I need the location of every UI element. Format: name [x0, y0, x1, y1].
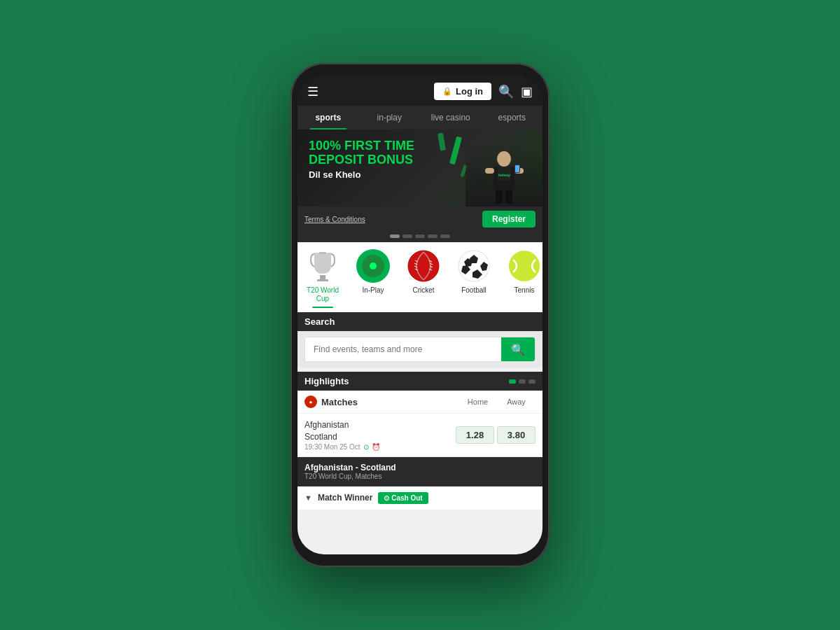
- clock-icon: ⏰: [372, 443, 380, 451]
- match-time: 19:30 Mon 25 Oct ⊙ ⏰: [304, 443, 456, 451]
- sport-item-inplay[interactable]: In-Play: [348, 249, 398, 308]
- svg-rect-12: [319, 252, 326, 254]
- dot-5: [440, 234, 450, 238]
- top-bar: ☰ 🔒 Log in 🔍 ▣: [298, 76, 542, 106]
- matches-label: Matches: [321, 397, 458, 407]
- betslip-icon[interactable]: ▣: [521, 84, 533, 99]
- cashout-icon: ⊙: [384, 494, 389, 502]
- login-button[interactable]: 🔒 Log in: [434, 83, 491, 100]
- inplay-inner: [362, 255, 384, 277]
- match-winner-label: Match Winner: [318, 493, 373, 503]
- sport-item-football[interactable]: Football: [449, 249, 499, 308]
- search-input[interactable]: [305, 337, 501, 361]
- dot-3: [415, 234, 425, 238]
- team2-name: Scotland: [304, 432, 337, 442]
- cricket-label: Cricket: [412, 286, 434, 295]
- matches-row-header: ● Matches Home Away: [298, 391, 542, 414]
- banner-pagination-dots: [298, 232, 542, 242]
- inplay-label: In-Play: [362, 286, 384, 295]
- top-right-actions: 🔒 Log in 🔍 ▣: [434, 83, 533, 100]
- banner-footer: Terms & Conditions Register: [298, 206, 542, 232]
- phone-wrapper: ☰ 🔒 Log in 🔍 ▣ sports in-play live casin…: [290, 63, 550, 567]
- match-winner-row: ▼ Match Winner ⊙ Cash Out: [298, 486, 542, 510]
- h-dot-1: [509, 379, 516, 384]
- svg-rect-6: [515, 165, 519, 172]
- chevron-down-icon: ▼: [304, 493, 312, 502]
- highlights-header: Highlights: [298, 372, 542, 391]
- football-svg: [457, 249, 491, 283]
- search-button[interactable]: 🔍: [501, 337, 535, 361]
- terms-conditions-link[interactable]: Terms & Conditions: [304, 216, 365, 223]
- h-dot-2: [519, 379, 526, 384]
- tab-esports[interactable]: esports: [482, 106, 543, 130]
- promo-banner: 100% FIRST TIME DEPOSIT BONUS Dil se Khe…: [298, 130, 542, 206]
- tab-sports[interactable]: sports: [298, 106, 359, 130]
- match-info: Afghanistan Scotland 19:30 Mon 25 Oct ⊙ …: [304, 419, 456, 451]
- match-row: Afghanistan Scotland 19:30 Mon 25 Oct ⊙ …: [298, 414, 542, 457]
- sport-item-tennis[interactable]: Tennis: [499, 249, 542, 308]
- screen-content: 100% FIRST TIME DEPOSIT BONUS Dil se Khe…: [298, 130, 542, 554]
- svg-rect-10: [320, 275, 326, 279]
- inplay-icon: [356, 249, 390, 283]
- tennis-icon: [507, 249, 541, 283]
- away-col-header: Away: [497, 398, 536, 406]
- team1-name: Afghanistan: [304, 420, 349, 430]
- stats-icon: ⊙: [363, 443, 369, 451]
- search-bar: 🔍: [304, 337, 536, 362]
- hamburger-icon[interactable]: ☰: [307, 84, 318, 99]
- svg-rect-3: [485, 168, 494, 174]
- cricket-icon: [407, 249, 440, 283]
- football-label: Football: [461, 286, 486, 295]
- lock-icon: 🔒: [442, 87, 452, 96]
- search-header: Search: [298, 312, 542, 331]
- svg-point-0: [497, 151, 511, 167]
- football-icon: [457, 249, 491, 283]
- tab-inplay[interactable]: in-play: [359, 106, 421, 130]
- inplay-dot: [370, 262, 377, 270]
- trophy-svg: [309, 250, 336, 282]
- svg-point-29: [509, 251, 540, 281]
- cricket-ball-svg: [407, 249, 440, 283]
- match-detail-dark-row: Afghanistan - Scotland T20 World Cup, Ma…: [298, 457, 542, 486]
- search-icon[interactable]: 🔍: [498, 84, 514, 99]
- tab-live-casino[interactable]: live casino: [420, 106, 482, 130]
- svg-rect-11: [317, 279, 328, 281]
- tennis-svg: [507, 249, 541, 283]
- cricket-ball-small-icon: ●: [304, 396, 317, 408]
- away-odds-button[interactable]: 3.80: [497, 426, 536, 444]
- match-teams: Afghanistan Scotland: [304, 419, 456, 443]
- person-silhouette: betway: [478, 150, 531, 206]
- highlights-title: Highlights: [304, 376, 349, 386]
- trophy-icon: [306, 249, 340, 283]
- search-section: Search 🔍: [298, 312, 542, 368]
- h-dot-3: [528, 379, 536, 384]
- match-time-text: 19:30 Mon 25 Oct: [304, 443, 360, 451]
- sport-item-t20[interactable]: T20 WorldCup: [298, 249, 348, 308]
- highlights-section: Highlights ● Matches Home Away: [298, 372, 542, 510]
- banner-person: betway: [465, 144, 542, 206]
- login-label: Log in: [456, 86, 483, 97]
- home-col-header: Home: [458, 398, 497, 406]
- svg-rect-8: [505, 190, 512, 204]
- highlights-dots: [509, 379, 536, 384]
- nav-tabs: sports in-play live casino esports: [298, 106, 542, 130]
- register-button[interactable]: Register: [482, 211, 536, 227]
- dot-2: [402, 234, 412, 238]
- match-detail-subtitle: T20 World Cup, Matches: [304, 472, 536, 480]
- home-odds-button[interactable]: 1.28: [456, 426, 494, 444]
- svg-text:betway: betway: [498, 173, 510, 177]
- cash-out-button[interactable]: ⊙ Cash Out: [378, 492, 428, 504]
- tennis-label: Tennis: [514, 286, 535, 295]
- dot-4: [428, 234, 438, 238]
- dot-1: [390, 234, 400, 238]
- match-detail-title: Afghanistan - Scotland: [304, 463, 536, 472]
- svg-rect-7: [496, 190, 503, 204]
- t20-label: T20 WorldCup: [307, 286, 339, 303]
- sport-item-cricket[interactable]: Cricket: [398, 249, 449, 308]
- phone-screen: ☰ 🔒 Log in 🔍 ▣ sports in-play live casin…: [298, 76, 542, 554]
- sports-row: T20 WorldCup In-Play: [298, 242, 542, 312]
- search-magnifier-icon: 🔍: [511, 344, 525, 356]
- cashout-label: Cash Out: [391, 494, 422, 502]
